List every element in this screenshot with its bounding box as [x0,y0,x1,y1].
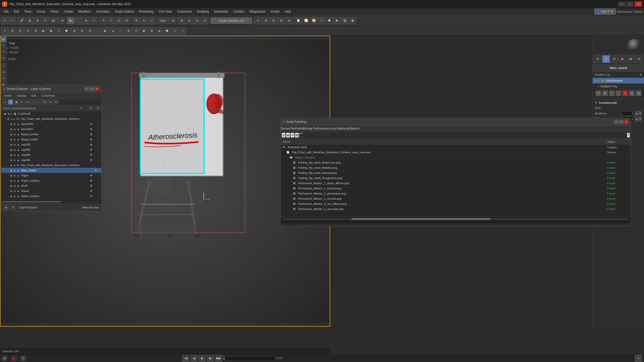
at-item-glossiness[interactable]: 🖼 Permanent_Marker_1_glossiness.png Foun… [281,191,631,196]
se-item-paper[interactable]: ◉ ◈ ▲ Paper ❄ → [1,173,101,178]
menu-customize[interactable]: Customize [175,9,194,14]
modify-panel-btn[interactable]: ⚙ [602,55,610,63]
at-tb-btn4[interactable]: ⊞ [295,133,299,138]
modify-tool[interactable]: ⚙ [1,69,6,75]
modifier-dropdown-icon[interactable]: ▼ [639,73,642,76]
timeline-prev-btn[interactable]: ◀ [190,355,198,362]
tb2-btn5[interactable]: ⊞ [32,27,39,35]
at-item-scene-file[interactable]: 📄 Flip_Chart_with_Medicine_Education_Sch… [281,150,631,155]
select-object-button[interactable]: ▶ [67,17,74,24]
at-tb-btn5[interactable]: ▣ [299,133,303,138]
at-item-normal[interactable]: 🖼 Folding_flip_chart_Normal.png Found [281,170,631,175]
modifier-editable-poly[interactable]: ▸ Editable Poly [593,83,644,89]
se-item-cap006[interactable]: ◉ ◈ ▲ cap006 ❄ → [1,157,101,163]
time-config-btn[interactable]: ⚙ [635,355,642,362]
ts-render-down[interactable]: ▼ [638,117,642,121]
reference-button[interactable]: ⊕ [133,17,140,24]
at-minimize-btn[interactable]: — [614,120,618,124]
se-item-cap005[interactable]: ◉ ◈ ▲ cap005 ❄ → [1,152,101,157]
create-tool[interactable]: + [1,63,6,69]
scale-button[interactable]: ⊡ [115,17,123,24]
asset-tracking-list[interactable]: 🏛 Autodesk Vault Logged... 📄 Flip_Chart_… [281,145,631,217]
menu-modifiers[interactable]: Modifiers [76,9,93,14]
se-close-btn[interactable]: ✕ [95,87,99,91]
percent-snap-button[interactable]: % [193,17,201,24]
tb2-btn4[interactable]: ⊡ [24,27,31,35]
menu-interactive[interactable]: Interactive [211,9,231,14]
view-mode-dropdown[interactable]: View [158,18,176,24]
at-item-fresnel[interactable]: 🖼 Permanent_Marker_1_fresnel.png Found [281,186,631,191]
menu-graph-editors[interactable]: Graph Editors [112,9,136,14]
tb2-btn3[interactable]: ⊟ [17,27,24,35]
se-menu-display[interactable]: Display [14,94,29,98]
at-item-specular[interactable]: 🖼 Permanent_Marker_1_specular.png Found [281,206,631,212]
utilities-panel-btn[interactable]: ⊟ [635,55,643,63]
rotate-tool-button[interactable]: ↺ [1,49,6,55]
display-panel-btn[interactable]: ◉ [627,55,634,63]
se-item-board-border[interactable]: ◉ ◈ ▲ Board_border ❄ → [1,132,101,137]
se-item-board-holder[interactable]: ◉ ◈ ▲ Board_holder ❄ → [1,137,101,142]
at-menu-server[interactable]: Server [281,127,290,130]
se-menu-select[interactable]: Select [1,94,14,98]
at-menu-options[interactable]: Options [349,127,360,130]
timeline-end-btn[interactable]: ▶▶| [215,355,222,362]
status-key-btn[interactable]: ⊕ [2,356,7,361]
at-menu-paths[interactable]: Paths [295,127,303,130]
move-tool-button[interactable]: ✛ [1,43,6,48]
render-frame-button[interactable]: 🖼 [341,17,348,24]
se-item-stand[interactable]: ◉ ◈ ▲ Stand ❄ → [1,188,101,193]
create-panel-btn[interactable]: ⊕ [594,55,601,63]
minimize-button[interactable]: — [618,2,625,7]
ts-iterations-input[interactable] [622,111,635,116]
se-item-main-board[interactable]: ◉ ◈ ▲ Main_board ❄ → [1,168,101,173]
snap-button[interactable]: ⬡ [148,17,155,24]
tb2-sim7[interactable]: ⊘ [86,27,93,35]
menu-arnold[interactable]: Arnold [268,9,282,14]
se-item-paper-holders[interactable]: ◉ ◈ ▲ Paper_holders ❄ → [1,178,101,183]
scale-tool-button[interactable]: ⊡ [1,55,6,61]
angle-snap-button[interactable]: ∡ [186,17,193,24]
menu-group[interactable]: Group [34,9,48,14]
timeline-play-btn[interactable]: ▶ [199,355,206,362]
se-menu-customize[interactable]: Customize [39,94,58,98]
hierarchy-panel-btn[interactable]: ⊞ [611,55,618,63]
at-tb-btn1[interactable]: ⊟ [282,133,286,138]
mirror-button[interactable]: ⇔ [254,17,262,24]
align-view-button[interactable]: ⊟ [270,17,277,24]
at-menu-file[interactable]: File [290,127,295,130]
menu-content[interactable]: Content [231,9,247,14]
at-item-normal-map[interactable]: 🖼 Permanent_Marker_1_normal.png Found [281,196,631,201]
se-tb-settings[interactable]: ⚙ [53,99,59,105]
ts-render-up[interactable]: ▲ [635,117,638,121]
tb2-sim18[interactable]: ⬡ [171,27,178,35]
se-tb-move-down[interactable]: ↓ [36,99,42,105]
render-button[interactable]: ▶ [333,17,341,24]
at-item-maps-folder[interactable]: 📁 Maps / Shaders [281,155,631,160]
motion-panel-btn[interactable]: ▶ [619,55,626,63]
menu-scripting[interactable]: Scripting [194,9,211,14]
select-tool-button[interactable]: ▶ [1,37,6,42]
tb2-btn1[interactable]: ✦ [1,27,8,35]
se-scrollbar[interactable] [1,200,101,203]
hierarchy-tool[interactable]: ⊕ [1,75,6,81]
menu-animation[interactable]: Animation [93,9,112,14]
ts-expand-icon[interactable]: ▼ [595,101,598,104]
mod-pin-btn[interactable]: 📌 [596,90,601,96]
frame-slider[interactable] [223,356,275,360]
at-tb-btn2[interactable]: ⊕ [286,133,290,138]
select-lasso-button[interactable]: ◈ [83,17,90,24]
undo-button[interactable]: ↩ [1,17,8,24]
se-expand-0[interactable]: ▸ [11,112,12,115]
percent-button[interactable]: % [140,17,148,24]
se-tb-close-filter[interactable]: ✕ [2,99,7,105]
tb2-sim16[interactable]: ◈ [156,27,163,35]
material-editor-button[interactable]: ⬡ [318,17,325,24]
at-item-basecolor[interactable]: 🖼 Folding_flip_chart_BaseColor.png Found [281,160,631,165]
unlink-button[interactable]: ⛓ [26,17,33,24]
scene-explorer-list[interactable]: ◉ ◈ ▸ ▣ 0 (default) ◉ ◈ ▸ ⊞ Flip_Chart_w… [1,111,101,198]
mod-delete-btn[interactable]: ✕ [622,90,628,96]
modifier-turbosmooth[interactable]: ◉ ◈ ⚡ TurboSmooth [593,78,644,83]
active-shade-button[interactable]: ◉ [349,17,356,24]
layer-manager-button[interactable]: 📋 [295,17,302,24]
se-footer-icon-btn2[interactable]: ⊕ [11,205,16,210]
